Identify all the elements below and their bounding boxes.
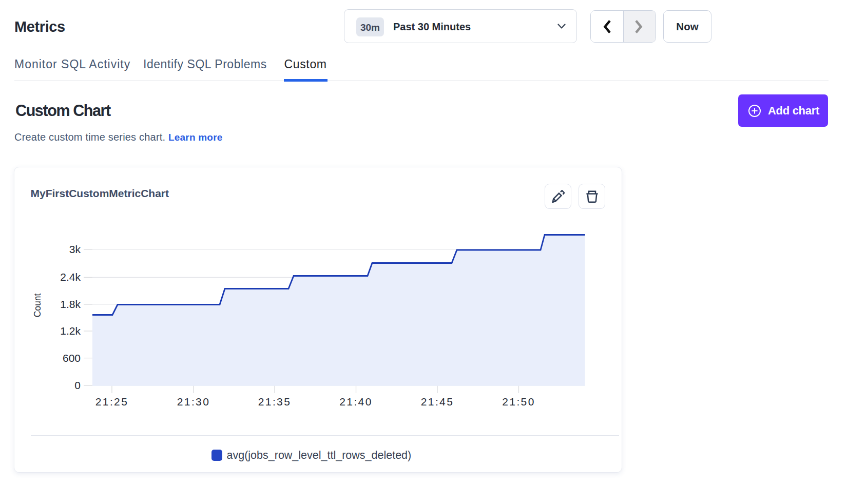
svg-text:1.8k: 1.8k bbox=[60, 298, 81, 310]
svg-text:21:30: 21:30 bbox=[177, 396, 210, 408]
svg-text:3k: 3k bbox=[69, 243, 81, 255]
svg-text:2.4k: 2.4k bbox=[60, 271, 81, 283]
svg-text:21:35: 21:35 bbox=[258, 396, 292, 408]
svg-text:Count: Count bbox=[32, 294, 43, 318]
svg-text:21:50: 21:50 bbox=[502, 396, 535, 408]
svg-text:1.2k: 1.2k bbox=[60, 325, 81, 337]
svg-text:21:40: 21:40 bbox=[339, 396, 373, 408]
svg-text:0: 0 bbox=[74, 379, 81, 391]
svg-text:600: 600 bbox=[63, 352, 81, 364]
svg-text:21:45: 21:45 bbox=[421, 396, 454, 408]
svg-text:21:25: 21:25 bbox=[95, 396, 129, 408]
